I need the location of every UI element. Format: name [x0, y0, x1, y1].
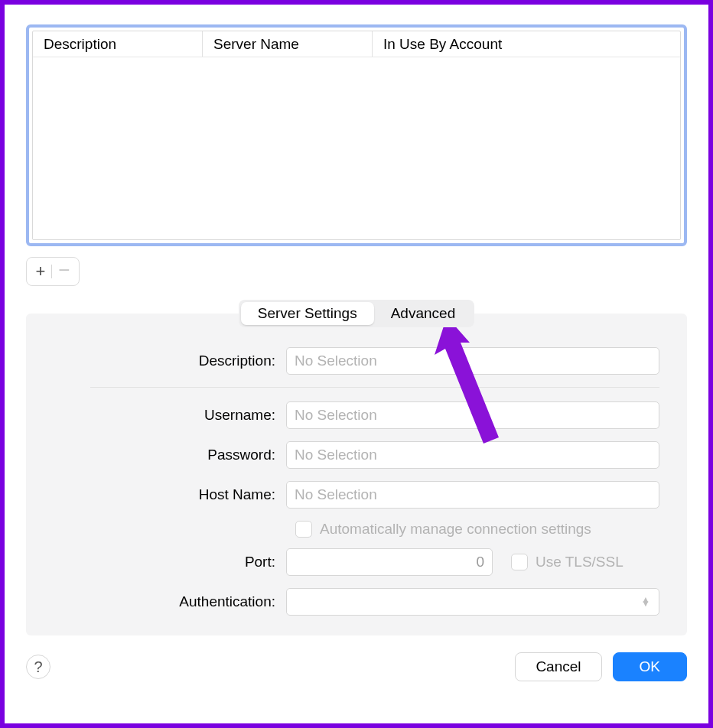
- authentication-label: Authentication:: [54, 593, 275, 610]
- tab-advanced[interactable]: Advanced: [374, 302, 473, 325]
- server-list-table[interactable]: Description Server Name In Use By Accoun…: [32, 31, 681, 240]
- auto-manage-row: Automatically manage connection settings: [295, 521, 659, 538]
- column-header-description[interactable]: Description: [33, 31, 203, 57]
- auto-manage-label: Automatically manage connection settings: [320, 521, 591, 538]
- help-button[interactable]: ?: [26, 655, 50, 679]
- hostname-input[interactable]: [286, 481, 659, 509]
- settings-panel: Description: Username: Password: Host Na…: [26, 314, 687, 635]
- column-header-in-use[interactable]: In Use By Account: [373, 31, 680, 57]
- description-input[interactable]: [286, 347, 659, 375]
- toolbar-divider: [51, 265, 52, 278]
- description-label: Description:: [54, 353, 275, 369]
- port-label: Port:: [54, 554, 275, 570]
- server-list-focus-ring: Description Server Name In Use By Accoun…: [26, 24, 687, 246]
- add-server-button[interactable]: +: [35, 263, 45, 280]
- tls-checkbox[interactable]: [511, 554, 528, 570]
- tls-label: Use TLS/SSL: [536, 554, 623, 570]
- dialog-footer: ? Cancel OK: [26, 652, 687, 681]
- add-remove-toolbar: + −: [26, 257, 80, 286]
- username-label: Username:: [54, 407, 275, 424]
- password-input[interactable]: [286, 441, 659, 469]
- cancel-button[interactable]: Cancel: [515, 652, 601, 681]
- password-label: Password:: [54, 447, 275, 463]
- authentication-select[interactable]: ▲▼: [286, 588, 659, 616]
- username-input[interactable]: [286, 401, 659, 429]
- table-header-row: Description Server Name In Use By Accoun…: [33, 31, 680, 57]
- port-input[interactable]: [286, 548, 493, 576]
- server-list-body[interactable]: [33, 57, 680, 239]
- column-header-server-name[interactable]: Server Name: [203, 31, 373, 57]
- select-arrows-icon: ▲▼: [640, 598, 651, 606]
- ok-button[interactable]: OK: [613, 652, 687, 681]
- form-divider: [90, 387, 659, 388]
- tab-bar: Server Settings Advanced: [26, 300, 687, 327]
- remove-server-button: −: [58, 260, 70, 280]
- auto-manage-checkbox[interactable]: [295, 521, 312, 538]
- hostname-label: Host Name:: [54, 486, 275, 503]
- tab-server-settings[interactable]: Server Settings: [241, 302, 374, 325]
- mail-server-settings-dialog: Description Server Name In Use By Accoun…: [0, 0, 713, 728]
